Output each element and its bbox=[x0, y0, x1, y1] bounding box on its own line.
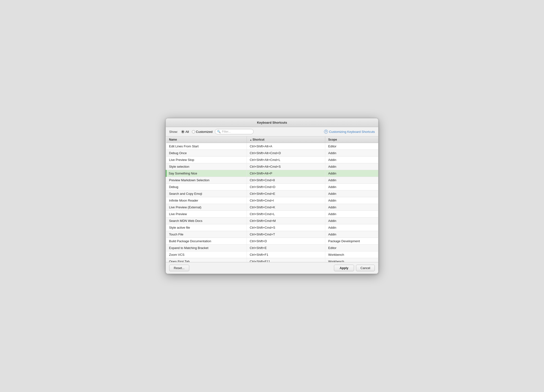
search-icon: 🔍 bbox=[217, 130, 221, 133]
cell-scope: Addin bbox=[325, 150, 378, 157]
help-link[interactable]: ? Customizing Keyboard Shortcuts bbox=[324, 130, 375, 134]
cell-name: Debug Once bbox=[166, 150, 247, 157]
cell-name: Live Preview (External) bbox=[166, 204, 247, 211]
cell-name: Edit Lines From Start bbox=[166, 143, 247, 150]
cell-shortcut: Ctrl+Shift+Cmd+S bbox=[247, 224, 325, 231]
table-row[interactable]: Live PreviewCtrl+Shift+Cmd+LAddin bbox=[166, 211, 378, 218]
cell-scope: Addin bbox=[325, 190, 378, 197]
radio-customized-input[interactable] bbox=[192, 130, 195, 133]
cell-name: Style selection bbox=[166, 163, 247, 170]
col-header-name[interactable]: Name bbox=[166, 136, 247, 143]
table-row[interactable]: Expand to Matching BracketCtrl+Shift+EEd… bbox=[166, 245, 378, 251]
cell-shortcut: Ctrl+Shift+Cmd+K bbox=[247, 204, 325, 211]
table-body: Edit Lines From StartCtrl+Shift+Alt+AEdi… bbox=[166, 143, 378, 263]
radio-customized-option[interactable]: Customized bbox=[192, 130, 213, 134]
cell-shortcut: Ctrl+Shift+Alt+A bbox=[247, 143, 325, 150]
table-row[interactable]: Style active fileCtrl+Shift+Cmd+SAddin bbox=[166, 224, 378, 231]
header-row: Name Shortcut Scope bbox=[166, 136, 378, 143]
radio-all-label: All bbox=[185, 130, 189, 134]
keyboard-shortcuts-dialog: Keyboard Shortcuts Show: All Customized … bbox=[166, 118, 378, 274]
cell-name: Search and Copy Emoji bbox=[166, 190, 247, 197]
cell-name: Touch File bbox=[166, 231, 247, 238]
cell-name: Live Preview bbox=[166, 211, 247, 218]
cell-scope: Addin bbox=[325, 197, 378, 204]
table-container: Name Shortcut Scope Edit Lines From Star… bbox=[166, 136, 378, 262]
cell-name: Style active file bbox=[166, 224, 247, 231]
cell-scope: Workbench bbox=[325, 251, 378, 258]
dialog-title-bar: Keyboard Shortcuts bbox=[166, 118, 378, 127]
cell-shortcut: Ctrl+Shift+Cmd+I bbox=[247, 197, 325, 204]
cell-shortcut: Ctrl+Shift+D bbox=[247, 238, 325, 245]
cell-shortcut: Ctrl+Shift+F1 bbox=[247, 251, 325, 258]
footer: Reset... Apply Cancel bbox=[166, 262, 378, 274]
table-row[interactable]: Search MDN Web DocsCtrl+Shift+Cmd+MAddin bbox=[166, 218, 378, 224]
cell-scope: Addin bbox=[325, 211, 378, 218]
cell-scope: Workbench bbox=[325, 258, 378, 263]
table-row[interactable]: Build Package DocumentationCtrl+Shift+DP… bbox=[166, 238, 378, 245]
cell-shortcut: Ctrl+Shift+Cmd+E bbox=[247, 190, 325, 197]
cancel-button[interactable]: Cancel bbox=[356, 265, 375, 271]
cell-name: Search MDN Web Docs bbox=[166, 218, 247, 224]
table-row[interactable]: Say Something NiceCtrl+Shift+Alt+PAddin bbox=[166, 170, 378, 177]
toolbar: Show: All Customized 🔍 ? Customizing Key… bbox=[166, 127, 378, 136]
cell-shortcut: Ctrl+Shift+Cmd+L bbox=[247, 211, 325, 218]
cell-scope: Editor bbox=[325, 245, 378, 251]
cell-scope: Addin bbox=[325, 184, 378, 190]
radio-all-input[interactable] bbox=[181, 130, 184, 133]
cell-name: Preview Markdown Selection bbox=[166, 177, 247, 184]
table-row[interactable]: Live Preview StopCtrl+Shift+Alt+Cmd+LAdd… bbox=[166, 157, 378, 163]
cell-name: Infinite Moon Reader bbox=[166, 197, 247, 204]
cell-scope: Addin bbox=[325, 170, 378, 177]
cell-scope: Editor bbox=[325, 143, 378, 150]
cell-scope: Addin bbox=[325, 218, 378, 224]
help-link-text: Customizing Keyboard Shortcuts bbox=[329, 130, 375, 134]
cell-scope: Addin bbox=[325, 224, 378, 231]
cell-name: Live Preview Stop bbox=[166, 157, 247, 163]
reset-button[interactable]: Reset... bbox=[169, 265, 189, 271]
radio-customized-label: Customized bbox=[196, 130, 213, 134]
table-header: Name Shortcut Scope bbox=[166, 136, 378, 143]
cell-name: Build Package Documentation bbox=[166, 238, 247, 245]
table-row[interactable]: Style selectionCtrl+Shift+Alt+Cmd+SAddin bbox=[166, 163, 378, 170]
show-label: Show: bbox=[169, 130, 178, 134]
table-row[interactable]: Zoom VCSCtrl+Shift+F1Workbench bbox=[166, 251, 378, 258]
cell-scope: Package Development bbox=[325, 238, 378, 245]
table-row[interactable]: Preview Markdown SelectionCtrl+Shift+Cmd… bbox=[166, 177, 378, 184]
col-header-shortcut[interactable]: Shortcut bbox=[247, 136, 325, 143]
cell-shortcut: Ctrl+Shift+Cmd+T bbox=[247, 231, 325, 238]
table-row[interactable]: Touch FileCtrl+Shift+Cmd+TAddin bbox=[166, 231, 378, 238]
cell-scope: Addin bbox=[325, 163, 378, 170]
table-row[interactable]: Edit Lines From StartCtrl+Shift+Alt+AEdi… bbox=[166, 143, 378, 150]
filter-box: 🔍 bbox=[215, 129, 254, 134]
cell-shortcut: Ctrl+Shift+Cmd+M bbox=[247, 218, 325, 224]
radio-group-show: All Customized bbox=[181, 130, 212, 134]
cell-name: Open First Tab bbox=[166, 258, 247, 263]
cell-scope: Addin bbox=[325, 231, 378, 238]
cell-shortcut: Ctrl+Shift+Alt+P bbox=[247, 170, 325, 177]
cell-scope: Addin bbox=[325, 204, 378, 211]
filter-input[interactable] bbox=[222, 130, 251, 133]
table-row[interactable]: Open First TabCtrl+Shift+F11Workbench bbox=[166, 258, 378, 263]
cell-name: Debug bbox=[166, 184, 247, 190]
cell-scope: Addin bbox=[325, 177, 378, 184]
cell-shortcut: Ctrl+Shift+Cmd+8 bbox=[247, 177, 325, 184]
table-row[interactable]: Live Preview (External)Ctrl+Shift+Cmd+KA… bbox=[166, 204, 378, 211]
cell-shortcut: Ctrl+Shift+F11 bbox=[247, 258, 325, 263]
cell-name: Zoom VCS bbox=[166, 251, 247, 258]
table-row[interactable]: Debug OnceCtrl+Shift+Alt+Cmd+DAddin bbox=[166, 150, 378, 157]
table-row[interactable]: Search and Copy EmojiCtrl+Shift+Cmd+EAdd… bbox=[166, 190, 378, 197]
dialog-title: Keyboard Shortcuts bbox=[257, 121, 287, 124]
apply-button[interactable]: Apply bbox=[334, 265, 354, 271]
help-icon: ? bbox=[324, 130, 328, 134]
table-row[interactable]: Infinite Moon ReaderCtrl+Shift+Cmd+IAddi… bbox=[166, 197, 378, 204]
radio-all-option[interactable]: All bbox=[181, 130, 189, 134]
cell-shortcut: Ctrl+Shift+Cmd+D bbox=[247, 184, 325, 190]
cell-shortcut: Ctrl+Shift+Alt+Cmd+S bbox=[247, 163, 325, 170]
table-row[interactable]: DebugCtrl+Shift+Cmd+DAddin bbox=[166, 184, 378, 190]
cell-name: Expand to Matching Bracket bbox=[166, 245, 247, 251]
cell-shortcut: Ctrl+Shift+E bbox=[247, 245, 325, 251]
shortcuts-table: Name Shortcut Scope Edit Lines From Star… bbox=[166, 136, 378, 262]
cell-name: Say Something Nice bbox=[166, 170, 247, 177]
col-header-scope[interactable]: Scope bbox=[325, 136, 378, 143]
cell-shortcut: Ctrl+Shift+Alt+Cmd+L bbox=[247, 157, 325, 163]
